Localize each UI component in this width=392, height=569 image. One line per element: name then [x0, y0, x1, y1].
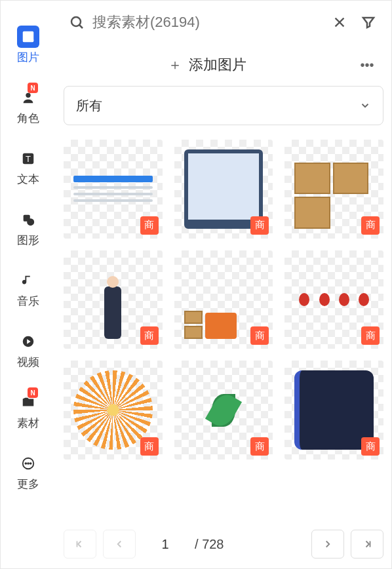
- commercial-badge: 商: [140, 437, 159, 456]
- asset-card[interactable]: 商: [284, 140, 383, 239]
- page-input-wrapper: [142, 537, 188, 552]
- commercial-badge: 商: [361, 326, 380, 345]
- commercial-badge: 商: [140, 326, 159, 345]
- svg-point-11: [30, 463, 31, 464]
- asset-card[interactable]: 商: [174, 140, 273, 239]
- prev-page-button[interactable]: [103, 530, 136, 559]
- asset-card[interactable]: 商: [284, 361, 383, 460]
- asset-card[interactable]: 商: [174, 361, 273, 460]
- sidebar-item-avatar[interactable]: N 角色: [17, 87, 39, 124]
- commercial-badge: 商: [250, 216, 269, 235]
- svg-point-1: [25, 33, 28, 36]
- music-icon: [17, 269, 39, 292]
- svg-text:T: T: [26, 154, 31, 164]
- svg-point-12: [71, 17, 81, 26]
- more-actions-button[interactable]: •••: [351, 58, 383, 73]
- commercial-badge: 商: [361, 216, 380, 235]
- page-input[interactable]: [142, 537, 188, 552]
- notif-badge: N: [28, 83, 38, 93]
- sidebar-item-label: 音乐: [17, 296, 39, 307]
- search-bar: [64, 1, 383, 44]
- svg-line-13: [79, 25, 83, 28]
- sidebar-item-music[interactable]: 音乐: [17, 269, 39, 307]
- sidebar-item-shapes[interactable]: 图形: [17, 208, 39, 246]
- commercial-badge: 商: [140, 216, 159, 235]
- svg-point-6: [27, 218, 34, 226]
- page-total: / 728: [195, 537, 305, 552]
- sidebar-item-video[interactable]: 视频: [17, 330, 39, 368]
- add-image-label: 添加图片: [189, 55, 246, 75]
- sidebar: 图片 N 角色 T 文本 图形 音乐 视频 N 素材: [1, 1, 56, 568]
- search-input[interactable]: [92, 14, 322, 31]
- sidebar-item-image[interactable]: 图片: [17, 26, 39, 63]
- asset-card[interactable]: 商: [64, 140, 163, 239]
- shapes-icon: [17, 208, 39, 231]
- asset-card[interactable]: 商: [64, 361, 163, 460]
- asset-card[interactable]: 商: [64, 250, 163, 349]
- chevron-down-icon: [359, 100, 371, 111]
- more-icon: [17, 452, 39, 475]
- svg-point-10: [28, 463, 29, 464]
- commercial-badge: 商: [361, 437, 380, 456]
- main-panel: ＋ 添加图片 ••• 所有 商 商 商 商 商: [56, 1, 391, 568]
- sidebar-item-label: 素材: [17, 418, 39, 429]
- notif-badge: N: [28, 387, 38, 398]
- sidebar-item-label: 角色: [17, 113, 39, 124]
- sidebar-item-assets[interactable]: N 素材: [17, 391, 39, 429]
- commercial-badge: 商: [250, 326, 269, 345]
- sidebar-item-text[interactable]: T 文本: [17, 147, 39, 185]
- asset-card[interactable]: 商: [174, 250, 273, 349]
- image-icon: [17, 26, 39, 48]
- svg-point-9: [25, 463, 26, 464]
- video-icon: [17, 330, 39, 353]
- filter-button[interactable]: [357, 14, 380, 30]
- asset-card[interactable]: 商: [284, 250, 383, 349]
- sidebar-item-more[interactable]: 更多: [17, 452, 39, 490]
- category-dropdown-label: 所有: [76, 97, 359, 115]
- category-dropdown[interactable]: 所有: [64, 86, 383, 125]
- sidebar-item-label: 更多: [17, 479, 39, 490]
- clear-button[interactable]: [328, 15, 351, 29]
- sidebar-item-label: 视频: [17, 357, 39, 368]
- add-row: ＋ 添加图片 •••: [64, 44, 383, 86]
- next-page-button[interactable]: [311, 530, 344, 559]
- sidebar-item-label: 图片: [17, 52, 39, 63]
- add-image-button[interactable]: ＋ 添加图片: [64, 55, 351, 75]
- sidebar-item-label: 文本: [17, 174, 39, 185]
- search-icon: [68, 14, 86, 30]
- pagination: / 728: [64, 528, 383, 560]
- asset-grid: 商 商 商 商 商 商 商 商: [64, 125, 383, 528]
- sidebar-item-label: 图形: [17, 235, 39, 246]
- last-page-button[interactable]: [351, 530, 383, 559]
- svg-point-2: [26, 93, 30, 98]
- text-icon: T: [17, 147, 39, 170]
- first-page-button[interactable]: [64, 530, 96, 559]
- plus-icon: ＋: [168, 55, 182, 75]
- commercial-badge: 商: [250, 437, 269, 456]
